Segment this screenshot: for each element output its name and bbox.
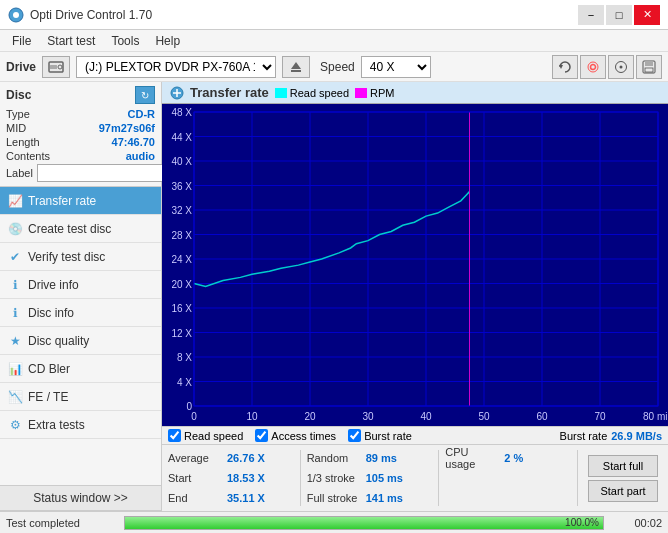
status-window-button[interactable]: Status window >> [0,485,161,511]
title-bar: Opti Drive Control 1.70 − □ ✕ [0,0,668,30]
disc-label-input[interactable] [37,164,181,182]
drive-row: Drive (J:) PLEXTOR DVDR PX-760A 1.07 Spe… [0,52,668,82]
extra-tests-icon: ⚙ [8,418,22,432]
access-times-checkbox[interactable] [255,429,268,442]
start-buttons: Start full Start part [584,448,662,508]
title-controls: − □ ✕ [578,5,660,25]
start-full-button[interactable]: Start full [588,455,658,477]
chart-container [162,104,668,426]
svg-point-9 [588,62,598,72]
nav-fe-te-label: FE / TE [28,390,68,404]
stats-col-2: Random 89 ms 1/3 stroke 105 ms Full stro… [307,448,433,508]
end-value: 35.11 X [227,492,265,504]
chart-title: Transfer rate [190,85,269,100]
status-text: Test completed [6,517,116,529]
save-icon-btn[interactable] [636,55,662,79]
disc-mid-value: 97m27s06f [99,122,155,134]
disc-type-row: Type CD-R [6,108,155,120]
nav-extra-tests-label: Extra tests [28,418,85,432]
disc-contents-value: audio [126,150,155,162]
nav-disc-quality-label: Disc quality [28,334,89,348]
nav-verify-test-disc-label: Verify test disc [28,250,105,264]
speed-select[interactable]: 40 X [361,56,431,78]
legend-rpm: RPM [355,87,394,99]
settings-icon-btn[interactable] [580,55,606,79]
random-value: 89 ms [366,452,397,464]
maximize-button[interactable]: □ [606,5,632,25]
drive-select[interactable]: (J:) PLEXTOR DVDR PX-760A 1.07 [76,56,276,78]
nav-drive-info-label: Drive info [28,278,79,292]
burst-rate-display: Burst rate 26.9 MB/s [560,430,662,442]
toolbar-icons [552,55,662,79]
svg-point-11 [620,65,623,68]
one-third-stroke-value: 105 ms [366,472,403,484]
menu-tools[interactable]: Tools [103,32,147,50]
nav-create-test-disc-label: Create test disc [28,222,111,236]
average-value: 26.76 X [227,452,265,464]
stat-cpu-usage: CPU usage 2 % [445,448,571,468]
stat-random: Random 89 ms [307,448,433,468]
eject-button[interactable] [282,56,310,78]
start-part-button[interactable]: Start part [588,480,658,502]
svg-rect-4 [50,65,57,69]
disc-label-row: Label [6,164,155,182]
disc-refresh-button[interactable]: ↻ [135,86,155,104]
time-display: 00:02 [612,517,662,529]
svg-rect-14 [645,68,653,72]
stat-end: End 35.11 X [168,488,294,508]
legend-read-label: Read speed [290,87,349,99]
fe-te-icon: 📉 [8,390,22,404]
transfer-rate-icon: 📈 [8,194,22,208]
minimize-button[interactable]: − [578,5,604,25]
disc-icon-btn[interactable] [608,55,634,79]
stats-divider-2 [438,450,439,506]
nav-verify-test-disc[interactable]: ✔ Verify test disc [0,243,161,271]
burst-rate-value: 26.9 MB/s [611,430,662,442]
nav-transfer-rate[interactable]: 📈 Transfer rate [0,187,161,215]
cpu-usage-value: 2 % [504,452,523,464]
burst-rate-checkbox[interactable] [348,429,361,442]
legend-read-color [275,88,287,98]
content-area: Transfer rate Read speed RPM Read speed [162,82,668,511]
disc-contents-label: Contents [6,150,50,162]
checkbox-burst-rate: Burst rate [348,429,412,442]
checkbox-access-times: Access times [255,429,336,442]
stat-average: Average 26.76 X [168,448,294,468]
checkbox-read-speed: Read speed [168,429,243,442]
nav-disc-quality[interactable]: ★ Disc quality [0,327,161,355]
chart-header: Transfer rate Read speed RPM [162,82,668,104]
refresh-icon-btn[interactable] [552,55,578,79]
verify-test-disc-icon: ✔ [8,250,22,264]
read-speed-checkbox[interactable] [168,429,181,442]
window-title: Opti Drive Control 1.70 [30,8,578,22]
disc-length-label: Length [6,136,40,148]
menu-start-test[interactable]: Start test [39,32,103,50]
chart-icon [170,86,184,100]
svg-point-3 [58,65,62,69]
nav-cd-bler[interactable]: 📊 CD Bler [0,355,161,383]
drive-info-icon: ℹ [8,278,22,292]
disc-title: Disc [6,88,31,102]
menu-help[interactable]: Help [147,32,188,50]
disc-type-label: Type [6,108,30,120]
start-value: 18.53 X [227,472,265,484]
nav-disc-info-label: Disc info [28,306,74,320]
disc-header: Disc ↻ [6,86,155,104]
status-bar: Test completed 100.0% 00:02 [0,511,668,533]
create-test-disc-icon: 💿 [8,222,22,236]
menu-file[interactable]: File [4,32,39,50]
progress-container: 100.0% [124,516,604,530]
nav-fe-te[interactable]: 📉 FE / TE [0,383,161,411]
nav-disc-info[interactable]: ℹ Disc info [0,299,161,327]
drive-icon-btn[interactable] [42,56,70,78]
nav-drive-info[interactable]: ℹ Drive info [0,271,161,299]
stat-start: Start 18.53 X [168,468,294,488]
svg-point-8 [591,64,596,69]
nav-create-test-disc[interactable]: 💿 Create test disc [0,215,161,243]
stats-divider-1 [300,450,301,506]
speed-label: Speed [320,60,355,74]
nav-extra-tests[interactable]: ⚙ Extra tests [0,411,161,439]
svg-point-1 [13,12,19,18]
close-button[interactable]: ✕ [634,5,660,25]
drive-label: Drive [6,60,36,74]
